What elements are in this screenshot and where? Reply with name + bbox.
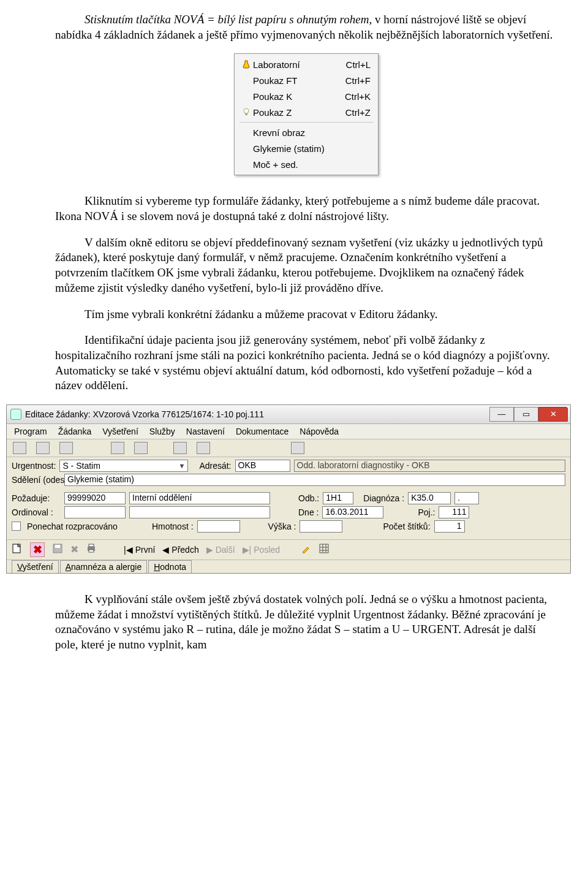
nav-next[interactable]: ▶ Další (206, 545, 235, 555)
new-icon[interactable] (12, 543, 23, 556)
save-icon[interactable] (52, 543, 63, 556)
close-button[interactable]: ✕ (538, 407, 568, 422)
label-ordinoval: Ordinoval : (12, 507, 61, 517)
ctx-accel: Ctrl+F (345, 75, 371, 86)
ctx-label: Krevní obraz (253, 127, 371, 138)
odb-input[interactable]: 1H1 (323, 492, 353, 504)
app-icon (10, 409, 21, 420)
ordinoval-kod-input[interactable] (64, 506, 126, 518)
toolbar-icon[interactable] (111, 442, 124, 454)
maximize-button[interactable]: ▭ (514, 407, 538, 422)
menu-dokumentace[interactable]: Dokumentace (236, 427, 288, 436)
bulb-icon (239, 108, 253, 116)
context-menu: Laboratorní Ctrl+L Poukaz FT Ctrl+F Pouk… (234, 53, 379, 175)
svg-rect-1 (245, 113, 247, 115)
menu-napoveda[interactable]: Nápověda (300, 427, 339, 436)
menu-sluzby[interactable]: Služby (149, 427, 175, 436)
urgentnost-select[interactable]: S - Statim ▼ (59, 460, 188, 472)
nav-last[interactable]: ▶| Posled (243, 545, 280, 555)
form-area: Urgentnost: S - Statim ▼ Adresát: OKB Od… (7, 457, 570, 539)
window-titlebar: Editace žádanky: XVzorová Vzorka 776125/… (7, 405, 570, 424)
ctx-item-poukaz-ft[interactable]: Poukaz FT Ctrl+F (236, 72, 377, 88)
sdeleni-input[interactable]: Glykemie (statim) (64, 474, 565, 486)
hmotnost-input[interactable] (197, 520, 240, 533)
chevron-down-icon: ▼ (178, 462, 185, 469)
toolbar-icon[interactable] (197, 442, 210, 454)
urgentnost-value: S - Statim (62, 461, 100, 471)
paragraph-5: Identifikační údaje pacienta jsou již ge… (55, 333, 557, 393)
vyska-input[interactable] (300, 520, 342, 533)
paragraph-4: Tím jsme vybrali konkrétní žádanku a můž… (55, 307, 557, 322)
poj-input[interactable]: 111 (439, 506, 469, 518)
paragraph-6: K vyplňování stále ovšem ještě zbývá dos… (55, 592, 557, 653)
ctx-item-krevni-obraz[interactable]: Krevní obraz (236, 124, 377, 140)
toolbar-icon[interactable] (59, 442, 73, 454)
svg-rect-6 (89, 544, 94, 547)
nav-toolbar: ✖ ✖ |◀ První ◀ Předch ▶ Další ▶| Posled (7, 539, 570, 560)
flask-icon (239, 60, 253, 69)
svg-rect-8 (320, 544, 328, 553)
label-diagnoza: Diagnóza : (363, 493, 404, 503)
ctx-label: Poukaz FT (253, 75, 345, 86)
menu-nastaveni[interactable]: Nastavení (186, 427, 225, 436)
diagnoza2-input[interactable]: . (454, 492, 479, 504)
pozaduje-nazev-input[interactable]: Interní oddělení (129, 492, 270, 504)
pocet-stitku-input[interactable]: 1 (434, 520, 465, 533)
adresat-desc: Odd. laboratorní diagnostiky - OKB (294, 460, 565, 472)
label-odb: Odb.: (298, 493, 319, 503)
paragraph-1: Stisknutím tlačítka NOVÁ = bílý list pap… (55, 12, 557, 42)
svg-point-0 (244, 108, 249, 113)
ctx-item-glykemie[interactable]: Glykemie (statim) (236, 140, 377, 156)
separator (239, 122, 373, 123)
label-vyska: Výška : (268, 522, 296, 531)
label-urgentnost: Urgentnost: (12, 461, 56, 471)
paragraph-2: Kliknutím si vybereme typ formuláře žáda… (55, 194, 557, 224)
menu-program[interactable]: Program (14, 427, 47, 436)
minimize-button[interactable]: — (489, 407, 514, 422)
label-sdeleni: Sdělení (odeslán ad): (12, 475, 61, 485)
nav-prev[interactable]: ◀ Předch (162, 545, 198, 555)
tab-anamneza[interactable]: Anamnéza a alergie (60, 560, 148, 573)
brush-icon[interactable] (301, 543, 312, 556)
label-pocet-stitku: Počet štítků: (383, 522, 430, 531)
delete-icon[interactable]: ✖ (30, 542, 45, 557)
toolbar-icon[interactable] (291, 442, 304, 454)
context-menu-screenshot: Laboratorní Ctrl+L Poukaz FT Ctrl+F Pouk… (55, 53, 557, 175)
toolbar-icon[interactable] (173, 442, 187, 454)
ordinoval-nazev-input[interactable] (129, 506, 270, 518)
tab-vysetreni[interactable]: Vyšetření (12, 560, 59, 573)
ctx-accel: Ctrl+Z (345, 107, 371, 118)
grid-icon[interactable] (319, 544, 329, 555)
print-icon[interactable] (86, 543, 97, 556)
diagnoza-input[interactable]: K35.0 (408, 492, 451, 504)
cancel-icon[interactable]: ✖ (70, 544, 78, 555)
ctx-accel: Ctrl+K (345, 91, 371, 102)
label-ponechat: Ponechat rozpracováno (27, 522, 118, 531)
label-pozaduje: Požaduje: (12, 493, 61, 503)
label-hmotnost: Hmotnost : (152, 522, 194, 531)
ponechat-checkbox[interactable] (12, 522, 21, 531)
menubar: Program Žádanka Vyšetření Služby Nastave… (7, 424, 570, 439)
menu-zadanka[interactable]: Žádanka (58, 427, 91, 436)
label-poj: Poj.: (418, 507, 435, 517)
dne-input[interactable]: 16.03.2011 (322, 506, 383, 518)
toolbar-icon[interactable] (36, 442, 50, 454)
adresat-input[interactable]: OKB (235, 460, 290, 472)
ctx-accel: Ctrl+L (346, 59, 371, 70)
label-adresat: Adresát: (199, 461, 231, 471)
menu-vysetreni[interactable]: Vyšetření (102, 427, 138, 436)
ctx-item-poukaz-k[interactable]: Poukaz K Ctrl+K (236, 88, 377, 104)
ctx-item-poukaz-z[interactable]: Poukaz Z Ctrl+Z (236, 104, 377, 120)
svg-rect-7 (89, 550, 94, 552)
editor-window-screenshot: Editace žádanky: XVzorová Vzorka 776125/… (6, 404, 571, 574)
ctx-item-moc-sed[interactable]: Moč + sed. (236, 156, 377, 172)
pozaduje-kod-input[interactable]: 99999020 (64, 492, 126, 504)
ctx-label: Poukaz Z (253, 107, 345, 118)
tabs: Vyšetření Anamnéza a alergie Hodnota (7, 560, 570, 573)
toolbar-icon[interactable] (134, 442, 148, 454)
ctx-item-laboratorni[interactable]: Laboratorní Ctrl+L (236, 56, 377, 72)
toolbar-icon[interactable] (13, 442, 26, 454)
tab-hodnota[interactable]: Hodnota (148, 560, 192, 573)
ctx-label: Moč + sed. (253, 159, 371, 170)
nav-first[interactable]: |◀ První (124, 545, 155, 555)
